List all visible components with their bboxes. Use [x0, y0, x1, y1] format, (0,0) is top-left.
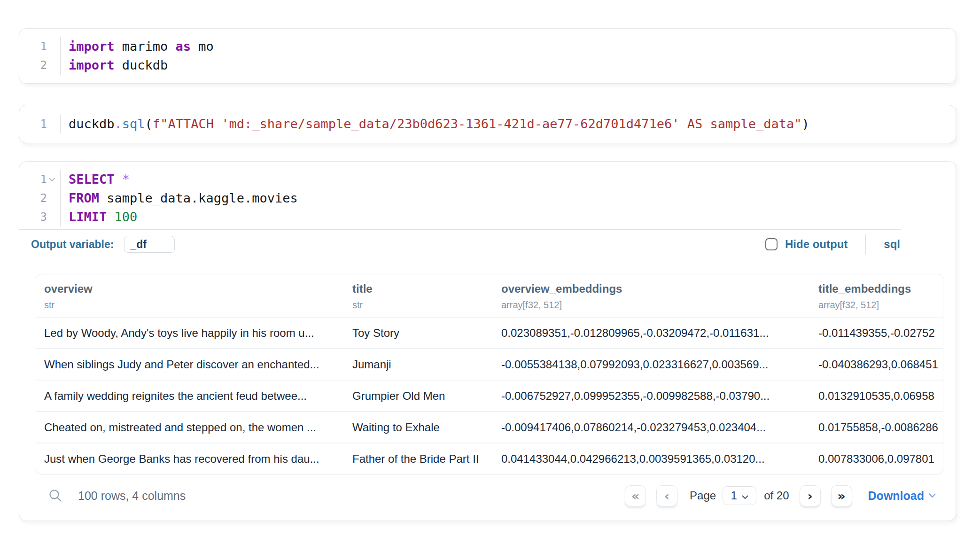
- keyword-token: import: [69, 58, 115, 72]
- column-header-overview[interactable]: overview str: [36, 274, 344, 317]
- table-header-row: overview str title str overview_embeddin…: [36, 274, 943, 317]
- cell-title-embeddings: 0.007833006,0.097801: [810, 443, 943, 474]
- identifier-token: sample_data.kaggle.movies: [99, 191, 298, 205]
- code-content[interactable]: duckdb.sql(f"ATTACH 'md:_share/sample_da…: [61, 115, 956, 133]
- table-row: When siblings Judy and Peter discover an…: [36, 348, 943, 380]
- row-count-summary: 100 rows, 4 columns: [78, 489, 186, 503]
- line-number: 1: [40, 115, 47, 133]
- space-token: [107, 210, 114, 224]
- fold-chevron-down-icon[interactable]: [47, 178, 57, 182]
- identifier-token: duckdb: [115, 58, 168, 72]
- line-number-gutter: 1 2: [19, 37, 61, 75]
- line-number: 2: [40, 56, 47, 75]
- cell-title: Father of the Bride Part II: [344, 443, 493, 474]
- cell-overview-embeddings: -0.0055384138,0.07992093,0.023316627,0.0…: [493, 349, 810, 380]
- cell-language-badge[interactable]: sql: [884, 238, 900, 251]
- cell-title-embeddings: -0.011439355,-0.02752: [810, 318, 943, 348]
- sql-cell-toolbar: Output variable: Hide output sql: [19, 230, 956, 259]
- cell-overview-embeddings: 0.023089351,-0.012809965,-0.03209472,-0.…: [493, 318, 810, 348]
- cell-title-embeddings: -0.040386293,0.068451: [810, 349, 943, 380]
- column-type: str: [352, 300, 485, 311]
- cell-overview: Just when George Banks has recovered fro…: [36, 443, 344, 474]
- pagination: « ‹ Page 1 of 20 › » Download: [625, 485, 936, 506]
- column-type: array[f32, 512]: [818, 300, 935, 311]
- code-cell-sql: 1 2 3 SELECT * FROM sample_data.kaggle.m…: [19, 161, 956, 521]
- column-name: title: [352, 282, 485, 296]
- cell-overview: A family wedding reignites the ancient f…: [36, 381, 344, 411]
- column-header-overview-embeddings[interactable]: overview_embeddings array[f32, 512]: [493, 274, 810, 317]
- download-label: Download: [868, 489, 924, 503]
- code-line: duckdb.sql(f"ATTACH 'md:_share/sample_da…: [69, 115, 956, 133]
- page-total: of 20: [764, 489, 789, 502]
- paren-token: ): [802, 117, 809, 131]
- output-variable-input[interactable]: [124, 236, 175, 253]
- column-type: array[f32, 512]: [501, 300, 802, 311]
- search-icon[interactable]: [45, 485, 66, 506]
- chevron-down-icon: [742, 489, 748, 502]
- identifier-token: marimo: [115, 39, 176, 54]
- hide-output-checkbox[interactable]: [765, 238, 778, 250]
- keyword-token: LIMIT: [69, 210, 107, 224]
- line-number: 1: [40, 170, 47, 189]
- keyword-token: FROM: [69, 191, 99, 205]
- dataframe-table: overview str title str overview_embeddin…: [36, 274, 943, 474]
- cell-overview-embeddings: 0.041433044,0.042966213,0.0039591365,0.0…: [493, 443, 810, 474]
- table-row: A family wedding reignites the ancient f…: [36, 380, 943, 411]
- code-cell-attach: 1 duckdb.sql(f"ATTACH 'md:_share/sample_…: [19, 105, 956, 143]
- line-number: 3: [40, 208, 47, 226]
- cell-title-embeddings: 0.01755858,-0.0086286: [810, 412, 943, 443]
- column-type: str: [44, 300, 336, 311]
- page-label: Page: [690, 489, 716, 502]
- code-content[interactable]: SELECT * FROM sample_data.kaggle.movies …: [61, 170, 956, 226]
- cell-output-area: overview str title str overview_embeddin…: [19, 259, 956, 521]
- line-number: 1: [40, 37, 47, 56]
- code-line: SELECT *: [69, 170, 956, 189]
- cell-title: Waiting to Exhale: [344, 412, 493, 443]
- identifier-token: mo: [191, 39, 214, 54]
- page-select[interactable]: 1: [723, 486, 756, 505]
- code-line: import marimo as mo: [69, 37, 956, 56]
- function-token: sql: [122, 117, 145, 131]
- output-variable-label: Output variable:: [31, 238, 114, 251]
- cell-title-embeddings: 0.0132910535,0.06958: [810, 381, 943, 411]
- line-number-gutter: 1: [19, 115, 61, 133]
- cell-title: Jumanji: [344, 349, 493, 380]
- column-header-title-embeddings[interactable]: title_embeddings array[f32, 512]: [810, 274, 943, 317]
- hide-output-label[interactable]: Hide output: [785, 238, 848, 251]
- identifier-token: duckdb: [69, 117, 115, 131]
- string-token: "ATTACH 'md:_share/sample_data/23b0d623-…: [160, 117, 801, 131]
- keyword-token: SELECT: [69, 172, 115, 187]
- table-row: Led by Woody, Andy's toys live happily i…: [36, 317, 943, 348]
- cell-title: Grumpier Old Men: [344, 381, 493, 411]
- space-token: [115, 172, 122, 187]
- number-token: 100: [115, 210, 138, 224]
- table-row: Just when George Banks has recovered fro…: [36, 443, 943, 474]
- notebook: 1 2 import marimo as mo import duckdb 1 …: [19, 0, 956, 521]
- operator-token: .: [115, 117, 122, 131]
- code-line: LIMIT 100: [69, 208, 956, 226]
- star-token: *: [122, 172, 130, 187]
- paren-token: (: [145, 117, 153, 131]
- fstring-prefix-token: f: [153, 117, 160, 131]
- keyword-token: as: [176, 39, 191, 54]
- code-cell-imports: 1 2 import marimo as mo import duckdb: [19, 28, 956, 84]
- table-footer: 100 rows, 4 columns « ‹ Page 1 of 20 › »…: [36, 474, 956, 517]
- column-header-title[interactable]: title str: [344, 274, 493, 317]
- line-number: 2: [40, 189, 47, 208]
- keyword-token: import: [69, 39, 115, 54]
- first-page-button[interactable]: «: [625, 485, 646, 506]
- last-page-button[interactable]: »: [831, 485, 852, 506]
- cell-overview: Cheated on, mistreated and stepped on, t…: [36, 412, 344, 443]
- next-page-button[interactable]: ›: [800, 485, 821, 506]
- code-editor[interactable]: 1 2 import marimo as mo import duckdb: [19, 29, 956, 83]
- column-name: overview_embeddings: [501, 282, 802, 296]
- download-button[interactable]: Download: [868, 489, 936, 503]
- column-name: title_embeddings: [818, 282, 935, 296]
- toolbar-divider: [865, 234, 866, 254]
- prev-page-button[interactable]: ‹: [656, 485, 677, 506]
- code-content[interactable]: import marimo as mo import duckdb: [61, 37, 956, 75]
- cell-title: Toy Story: [344, 318, 493, 348]
- code-editor[interactable]: 1 2 3 SELECT * FROM sample_data.kaggle.m…: [19, 162, 956, 229]
- cell-overview: When siblings Judy and Peter discover an…: [36, 349, 344, 380]
- code-editor[interactable]: 1 duckdb.sql(f"ATTACH 'md:_share/sample_…: [19, 105, 956, 143]
